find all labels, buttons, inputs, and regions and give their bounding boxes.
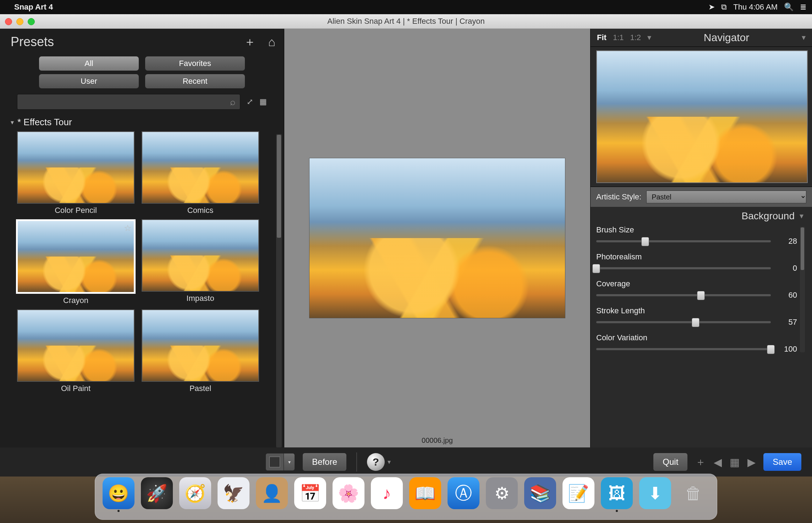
filter-all-button[interactable]: All bbox=[39, 56, 139, 71]
slider-color-variation: Color Variation100 bbox=[596, 333, 797, 354]
dock-ibooks-icon[interactable]: 📖 bbox=[409, 477, 441, 509]
add-icon[interactable]: ＋ bbox=[695, 455, 706, 469]
preset-thumb-oil-paint[interactable]: Oil Paint bbox=[18, 309, 134, 393]
favorite-star-icon[interactable]: ☆ bbox=[124, 223, 132, 233]
displays-icon[interactable]: ⧉ bbox=[721, 2, 727, 12]
navigator-title: Navigator bbox=[651, 32, 802, 44]
clock[interactable]: Thu 4:06 AM bbox=[733, 2, 778, 12]
filename-label: 00006.jpg bbox=[422, 436, 453, 445]
dock-itunes-icon[interactable]: ♪ bbox=[371, 477, 403, 509]
macos-menubar: Snap Art 4 ➤ ⧉ Thu 4:06 AM 🔍 ≣ bbox=[0, 0, 812, 14]
slider-value: 28 bbox=[777, 237, 797, 246]
desktop: 😀 🚀 🧭 🦅 👤 📅 🌸 ♪ 📖 Ⓐ ⚙ 📚 📝 🖼 ⬇ 🗑 bbox=[0, 477, 812, 523]
preset-thumb-crayon[interactable]: ☆Crayon bbox=[18, 219, 134, 305]
preset-label: Pastel bbox=[190, 384, 211, 393]
background-menu-icon[interactable]: ▾ bbox=[800, 211, 803, 221]
preset-group-title: * Effects Tour bbox=[17, 117, 72, 128]
dock-mail-icon[interactable]: 🦅 bbox=[218, 477, 249, 509]
preset-label: Color Pencil bbox=[55, 206, 97, 215]
dock-app1-icon[interactable]: 📚 bbox=[524, 477, 556, 509]
preset-group-header[interactable]: ▾ * Effects Tour bbox=[0, 113, 284, 131]
slider-track[interactable] bbox=[596, 240, 771, 242]
presets-panel: Presets ＋ ⌂ All Favorites User Recent ⌕ … bbox=[0, 29, 284, 447]
save-button[interactable]: Save bbox=[763, 453, 801, 471]
window-close-button[interactable] bbox=[5, 18, 12, 25]
artistic-style-select[interactable]: Pastel bbox=[646, 191, 806, 203]
dock-downloads-icon[interactable]: ⬇ bbox=[639, 477, 671, 509]
spotlight-icon[interactable]: 🔍 bbox=[784, 2, 794, 12]
preview-canvas[interactable] bbox=[309, 158, 565, 318]
slider-track[interactable] bbox=[596, 321, 771, 323]
slider-track[interactable] bbox=[596, 348, 771, 350]
preset-thumb-impasto[interactable]: Impasto bbox=[142, 219, 258, 305]
slider-value: 60 bbox=[777, 291, 797, 300]
before-button[interactable]: Before bbox=[303, 453, 346, 471]
slider-label: Color Variation bbox=[596, 333, 797, 342]
dock-contacts-icon[interactable]: 👤 bbox=[256, 477, 288, 509]
presets-title: Presets bbox=[11, 34, 54, 49]
dock-appstore-icon[interactable]: Ⓐ bbox=[448, 477, 479, 509]
next-arrow-icon[interactable]: ▶ bbox=[747, 456, 756, 468]
bottom-toolbar: ▾ Before ? ▾ Quit ＋ ◀ ▦ ▶ Save bbox=[0, 447, 812, 477]
dock-safari-icon[interactable]: 🧭 bbox=[179, 477, 211, 509]
slider-brush-size: Brush Size28 bbox=[596, 225, 797, 246]
slider-track[interactable] bbox=[596, 294, 771, 296]
slider-track[interactable] bbox=[596, 267, 771, 269]
dock-calendar-icon[interactable]: 📅 bbox=[294, 477, 326, 509]
preset-label: Impasto bbox=[186, 294, 214, 303]
grid-icon[interactable]: ▦ bbox=[730, 456, 740, 468]
canvas-area: 00006.jpg bbox=[284, 29, 590, 447]
slider-label: Stroke Length bbox=[596, 306, 797, 315]
dock-snapart-icon[interactable]: 🖼 bbox=[601, 477, 633, 509]
grid-view-icon[interactable]: ▦ bbox=[259, 97, 267, 106]
app-name[interactable]: Snap Art 4 bbox=[14, 2, 53, 12]
slider-coverage: Coverage60 bbox=[596, 279, 797, 300]
slider-label: Photorealism bbox=[596, 252, 797, 262]
navigator-menu-icon[interactable]: ▾ bbox=[802, 33, 806, 42]
help-icon[interactable]: ? bbox=[367, 453, 385, 471]
window-minimize-button[interactable] bbox=[16, 18, 23, 25]
artistic-style-label: Artistic Style: bbox=[596, 192, 641, 202]
cursor-icon[interactable]: ➤ bbox=[708, 2, 715, 12]
menu-list-icon[interactable]: ≣ bbox=[800, 2, 806, 12]
filter-recent-button[interactable]: Recent bbox=[145, 74, 245, 88]
disclosure-triangle-icon: ▾ bbox=[11, 119, 14, 126]
quit-button[interactable]: Quit bbox=[653, 453, 687, 471]
dock-finder-icon[interactable]: 😀 bbox=[103, 477, 135, 509]
dock-photos-icon[interactable]: 🌸 bbox=[333, 477, 364, 509]
zoom-1-2-button[interactable]: 1:2 bbox=[630, 33, 641, 42]
dock-sysprefs-icon[interactable]: ⚙ bbox=[486, 477, 518, 509]
help-dropdown-icon[interactable]: ▾ bbox=[388, 458, 391, 466]
slider-stroke-length: Stroke Length57 bbox=[596, 306, 797, 327]
filter-user-button[interactable]: User bbox=[39, 74, 139, 88]
background-section-title: Background bbox=[742, 210, 795, 222]
dock: 😀 🚀 🧭 🦅 👤 📅 🌸 ♪ 📖 Ⓐ ⚙ 📚 📝 🖼 ⬇ 🗑 bbox=[95, 474, 717, 520]
navigator-preview[interactable] bbox=[596, 50, 808, 183]
dock-textedit-icon[interactable]: 📝 bbox=[563, 477, 594, 509]
dock-launchpad-icon[interactable]: 🚀 bbox=[141, 477, 173, 509]
slider-value: 57 bbox=[777, 318, 797, 327]
zoom-dropdown-icon[interactable]: ▾ bbox=[647, 33, 651, 42]
controls-scrollbar[interactable] bbox=[800, 227, 805, 352]
filter-favorites-button[interactable]: Favorites bbox=[145, 56, 245, 71]
zoom-1-1-button[interactable]: 1:1 bbox=[613, 33, 624, 42]
preset-scrollbar[interactable] bbox=[276, 134, 282, 447]
prev-arrow-icon[interactable]: ◀ bbox=[714, 456, 722, 468]
zoom-fit-button[interactable]: Fit bbox=[597, 33, 607, 42]
slider-label: Coverage bbox=[596, 279, 797, 288]
preset-thumb-comics[interactable]: Comics bbox=[142, 131, 258, 215]
preset-thumb-color-pencil[interactable]: Color Pencil bbox=[18, 131, 134, 215]
window-zoom-button[interactable] bbox=[28, 18, 35, 25]
add-preset-icon[interactable]: ＋ bbox=[244, 34, 256, 50]
navigator-panel: Fit 1:1 1:2 ▾ Navigator ▾ Artistic Style… bbox=[590, 29, 812, 447]
preset-search-input[interactable]: ⌕ bbox=[17, 94, 240, 110]
preset-label: Oil Paint bbox=[61, 384, 90, 393]
preset-thumb-pastel[interactable]: Pastel bbox=[142, 309, 258, 393]
window-titlebar: Alien Skin Snap Art 4 | * Effects Tour |… bbox=[0, 14, 812, 29]
divider bbox=[356, 452, 357, 472]
split-view-selector[interactable]: ▾ bbox=[265, 453, 295, 471]
home-icon[interactable]: ⌂ bbox=[268, 35, 275, 49]
collapse-icon[interactable]: ⤢ bbox=[247, 97, 253, 106]
dock-trash-icon[interactable]: 🗑 bbox=[677, 477, 709, 509]
preset-label: Crayon bbox=[63, 296, 88, 305]
